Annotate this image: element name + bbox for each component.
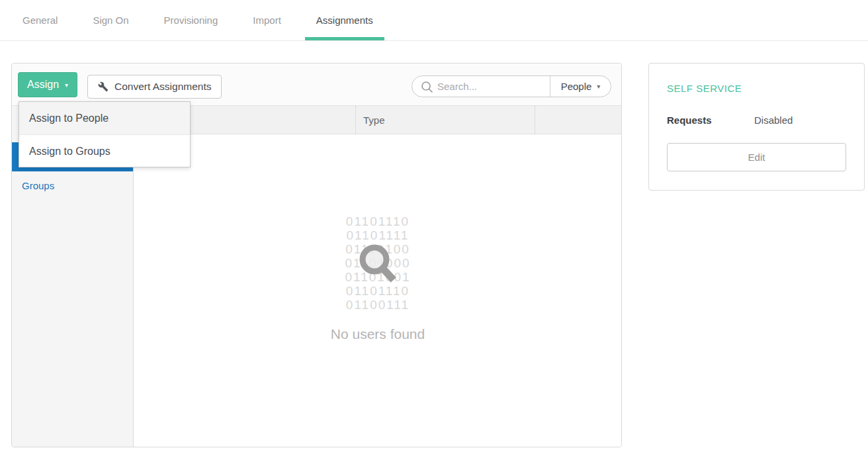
empty-state-message: No users found: [134, 326, 621, 342]
self-service-panel: SELF SERVICE Requests Disabled Edit: [648, 63, 865, 191]
convert-assignments-button[interactable]: Convert Assignments: [87, 75, 222, 99]
tab-sign-on[interactable]: Sign On: [81, 0, 140, 40]
requests-status-value: Disabled: [754, 114, 793, 126]
app-tabs-bar: General Sign On Provisioning Import Assi…: [0, 0, 868, 41]
empty-state-illustration: 01101110 01101111 01110100 01101000 0110…: [345, 214, 410, 312]
binary-text-line: 01101111: [345, 228, 410, 242]
menu-item-assign-to-people[interactable]: Assign to People: [19, 102, 190, 134]
column-divider: [355, 106, 356, 134]
chevron-down-icon: ▾: [597, 83, 600, 90]
assign-dropdown-menu: Assign to People Assign to Groups: [19, 101, 191, 167]
assignments-table-body: 01101110 01101111 01110100 01101000 0110…: [134, 134, 621, 447]
search-icon: [421, 81, 433, 93]
requests-label: Requests: [667, 114, 754, 126]
assign-button-label: Assign: [27, 79, 59, 91]
convert-assignments-label: Convert Assignments: [114, 81, 211, 93]
tab-provisioning[interactable]: Provisioning: [153, 0, 230, 40]
search-box: [412, 76, 550, 97]
binary-text-line: 01100111: [345, 298, 410, 312]
search-control: People ▾: [412, 75, 611, 97]
search-scope-label: People: [561, 81, 592, 92]
tab-general[interactable]: General: [11, 0, 69, 40]
column-divider: [535, 106, 535, 134]
edit-button[interactable]: Edit: [667, 143, 846, 171]
sidebar-item-groups[interactable]: Groups: [12, 171, 133, 201]
search-scope-dropdown[interactable]: People ▾: [550, 76, 611, 97]
magnifier-icon: [357, 242, 399, 285]
requests-row: Requests Disabled: [667, 114, 846, 126]
wrench-icon: [98, 81, 108, 92]
self-service-title: SELF SERVICE: [667, 83, 846, 94]
binary-text-line: 01101110: [345, 284, 410, 298]
assignments-toolbar: Assign ▾ Convert Assignments People ▾: [12, 64, 621, 106]
menu-item-assign-to-groups[interactable]: Assign to Groups: [19, 134, 190, 167]
binary-text-line: 01101110: [345, 214, 410, 228]
assign-button[interactable]: Assign ▾: [18, 72, 77, 97]
tab-import[interactable]: Import: [241, 0, 292, 40]
assignments-table-header: Type: [134, 106, 621, 134]
chevron-down-icon: ▾: [65, 81, 68, 89]
column-header-type: Type: [363, 106, 385, 134]
tab-assignments[interactable]: Assignments: [305, 0, 384, 40]
